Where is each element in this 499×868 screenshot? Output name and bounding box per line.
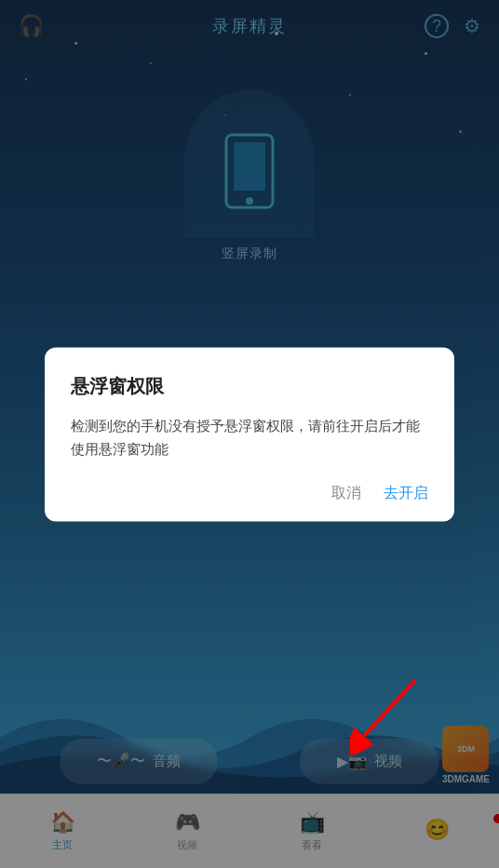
confirm-button[interactable]: 去开启 <box>384 483 428 502</box>
cancel-button[interactable]: 取消 <box>331 483 361 502</box>
dialog-body: 检测到您的手机没有授予悬浮窗权限，请前往开启后才能使用悬浮窗功能 <box>71 413 428 461</box>
dialog-title: 悬浮窗权限 <box>71 373 428 398</box>
dialog-actions: 取消 去开启 <box>71 483 428 502</box>
permission-dialog: 悬浮窗权限 检测到您的手机没有授予悬浮窗权限，请前往开启后才能使用悬浮窗功能 取… <box>45 347 454 521</box>
